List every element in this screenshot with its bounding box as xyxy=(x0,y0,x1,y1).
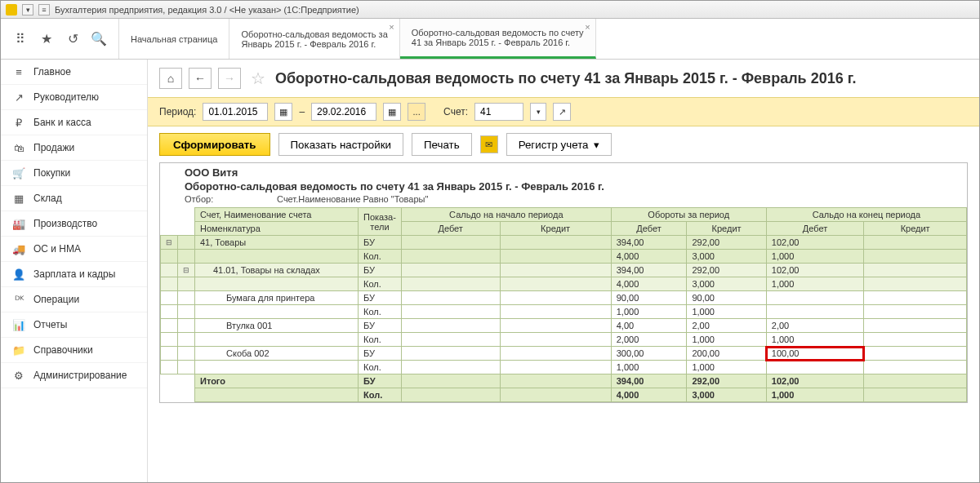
sidebar-icon: 🏭 xyxy=(12,218,25,230)
table-row[interactable]: Кол.1,0001,000 xyxy=(161,361,967,374)
window-title: Бухгалтерия предприятия, редакция 3.0 / … xyxy=(55,5,359,15)
tab-home[interactable]: Начальная страница xyxy=(119,19,229,59)
sidebar-icon: 🛒 xyxy=(12,167,25,179)
titlebar: ▾ ≡ Бухгалтерия предприятия, редакция 3.… xyxy=(1,1,979,19)
sidebar-icon: ₽ xyxy=(12,117,25,129)
table-row[interactable]: Скоба 002БУ300,00200,00100,00 xyxy=(161,347,967,361)
table-row[interactable]: Кол.4,0003,0001,000 xyxy=(161,277,967,291)
body: ≡Главное↗Руководителю₽Банк и касса🛍Прода… xyxy=(1,60,979,482)
back-button[interactable]: ← xyxy=(189,68,212,89)
favorite-icon[interactable]: ☆ xyxy=(251,69,265,88)
total-row: ИтогоБУ394,00292,00102,00 xyxy=(161,374,967,388)
home-button[interactable]: ⌂ xyxy=(159,68,182,89)
sidebar-label: Руководителю xyxy=(33,91,99,103)
form-button[interactable]: Сформировать xyxy=(159,133,270,156)
report-table: Счет, Наименование счета Показа- тели Са… xyxy=(160,207,967,402)
col-debit: Дебет xyxy=(401,222,500,236)
app-window: ▾ ≡ Бухгалтерия предприятия, редакция 3.… xyxy=(0,0,980,483)
sidebar-icon: 👤 xyxy=(12,268,25,281)
sidebar-icon: 🛍 xyxy=(12,142,25,154)
sidebar-icon: ⚙ xyxy=(12,370,25,382)
tab-label: Оборотно-сальдовая ведомость по счету xyxy=(412,28,584,38)
sidebar-label: Покупки xyxy=(33,167,70,179)
account-open-icon[interactable]: ↗ xyxy=(553,103,571,121)
col-account: Счет, Наименование счета xyxy=(195,208,359,222)
sidebar-icon: 📁 xyxy=(12,344,25,357)
tab-label: Начальная страница xyxy=(131,34,217,44)
sidebar-item-12[interactable]: ⚙Администрирование xyxy=(1,363,147,388)
sidebar-icon: ↗ xyxy=(12,91,25,104)
col-nomen: Номенклатура xyxy=(195,222,359,236)
filter-label: Отбор: xyxy=(185,194,274,204)
col-debit: Дебет xyxy=(611,222,687,236)
apps-icon[interactable]: ⠿ xyxy=(12,31,29,47)
close-icon[interactable]: × xyxy=(389,22,394,32)
sidebar-item-8[interactable]: 👤Зарплата и кадры xyxy=(1,262,147,287)
col-indicator: Показа- тели xyxy=(359,208,402,236)
period-select-button[interactable]: ... xyxy=(408,103,425,121)
topbar: ⠿ ★ ↺ 🔍 Начальная страница Оборотно-саль… xyxy=(1,19,979,60)
sidebar-item-11[interactable]: 📁Справочники xyxy=(1,338,147,363)
sidebar-item-2[interactable]: ₽Банк и касса xyxy=(1,110,147,135)
sidebar-label: Администрирование xyxy=(33,370,127,381)
mail-icon[interactable]: ✉ xyxy=(480,135,498,153)
print-button[interactable]: Печать xyxy=(412,133,472,156)
table-row[interactable]: ⊟41, ТоварыБУ394,00292,00102,00 xyxy=(161,236,967,250)
dropdown-icon[interactable]: ▾ xyxy=(22,4,33,16)
close-icon[interactable]: × xyxy=(585,22,590,32)
dash: – xyxy=(299,106,305,117)
sidebar-label: ОС и НМА xyxy=(33,243,81,255)
sidebar-item-4[interactable]: 🛒Покупки xyxy=(1,161,147,186)
col-credit: Кредит xyxy=(500,222,611,236)
table-row[interactable]: Кол.1,0001,000 xyxy=(161,305,967,319)
page-header: ⌂ ← → ☆ Оборотно-сальдовая ведомость по … xyxy=(148,60,979,97)
star-icon[interactable]: ★ xyxy=(38,31,55,47)
sidebar-item-6[interactable]: 🏭Производство xyxy=(1,211,147,237)
forward-button[interactable]: → xyxy=(218,68,241,89)
app-logo-icon xyxy=(6,4,17,16)
sidebar-item-9[interactable]: ᴰᴷОперации xyxy=(1,287,147,312)
table-row[interactable]: ⊟41.01, Товары на складахБУ394,00292,001… xyxy=(161,264,967,277)
col-credit: Кредит xyxy=(864,222,967,236)
settings-button[interactable]: Показать настройки xyxy=(278,133,403,156)
period-to-input[interactable] xyxy=(311,103,376,121)
calendar-to-icon[interactable]: ▦ xyxy=(383,103,401,121)
account-dropdown-icon[interactable]: ▾ xyxy=(530,103,546,121)
sidebar-item-0[interactable]: ≡Главное xyxy=(1,60,147,85)
topbar-tools: ⠿ ★ ↺ 🔍 xyxy=(1,19,119,59)
calendar-from-icon[interactable]: ▦ xyxy=(274,103,292,121)
account-input[interactable] xyxy=(474,103,523,121)
tab-report-41[interactable]: Оборотно-сальдовая ведомость по счету 41… xyxy=(400,19,596,59)
table-row[interactable]: Бумага для принтераБУ90,0090,00 xyxy=(161,291,967,305)
table-row[interactable]: Кол.4,0003,0001,000 xyxy=(161,250,967,264)
sidebar-label: Отчеты xyxy=(33,319,67,330)
register-button[interactable]: Регистр учета▾ xyxy=(506,133,612,156)
sidebar-item-5[interactable]: ▦Склад xyxy=(1,186,147,211)
sidebar-label: Производство xyxy=(33,218,97,229)
sidebar-icon: 🚚 xyxy=(12,243,25,255)
col-credit: Кредит xyxy=(687,222,766,236)
page-title: Оборотно-сальдовая ведомость по счету 41… xyxy=(275,70,856,87)
sidebar-label: Зарплата и кадры xyxy=(33,268,115,280)
search-icon[interactable]: 🔍 xyxy=(91,31,107,47)
sidebar-label: Операции xyxy=(33,294,79,305)
sidebar-icon: ▦ xyxy=(12,193,25,205)
sidebar-item-3[interactable]: 🛍Продажи xyxy=(1,135,147,161)
sidebar-item-1[interactable]: ↗Руководителю xyxy=(1,85,147,110)
menu-icon[interactable]: ≡ xyxy=(38,4,50,16)
period-from-input[interactable] xyxy=(203,103,268,121)
parameter-bar: Период: ▦ – ▦ ... Счет: ▾ ↗ xyxy=(148,97,979,126)
sidebar-item-7[interactable]: 🚚ОС и НМА xyxy=(1,237,147,262)
sidebar-item-10[interactable]: 📊Отчеты xyxy=(1,312,147,338)
col-close: Сальдо на конец периода xyxy=(766,208,966,222)
sidebar-label: Склад xyxy=(33,193,62,204)
table-row[interactable]: Кол.2,0001,0001,000 xyxy=(161,333,967,347)
report-title: Оборотно-сальдовая ведомость по счету 41… xyxy=(185,180,942,193)
history-icon[interactable]: ↺ xyxy=(65,31,81,47)
table-row[interactable]: Втулка 001БУ4,002,002,00 xyxy=(161,319,967,333)
filter-text: Счет.Наименование Равно "Товары" xyxy=(277,194,428,204)
col-turn: Обороты за период xyxy=(611,208,766,222)
tab-report-all[interactable]: Оборотно-сальдовая ведомость за Январь 2… xyxy=(229,19,399,59)
sidebar-icon: ᴰᴷ xyxy=(12,294,25,306)
report-filter: Отбор: Счет.Наименование Равно "Товары" xyxy=(185,194,942,204)
